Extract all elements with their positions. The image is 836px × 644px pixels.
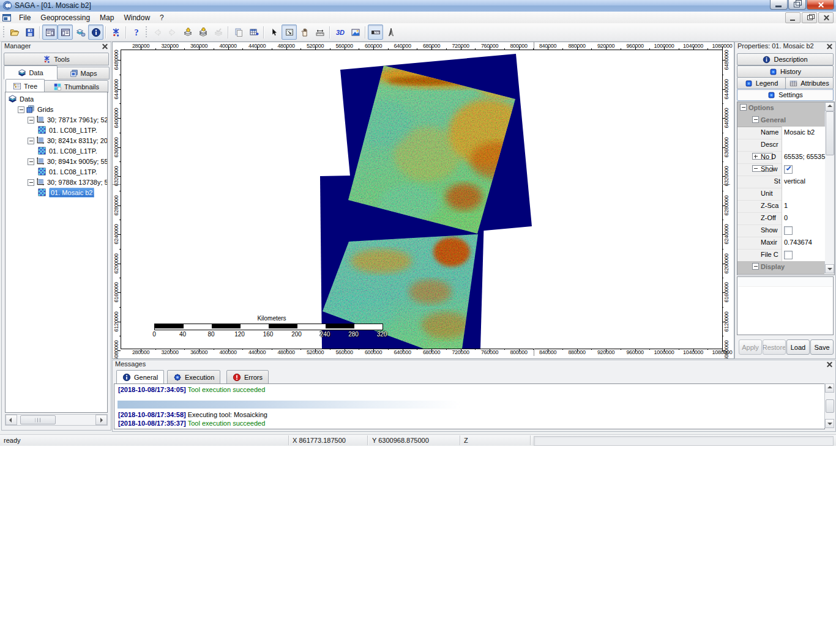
tab-data[interactable]: Data	[4, 65, 58, 80]
description-box[interactable]	[737, 276, 834, 335]
panel-tree-button[interactable]	[42, 24, 58, 40]
tools-button[interactable]	[108, 24, 124, 40]
north-arrow-button[interactable]	[383, 24, 398, 40]
scroll-up-button[interactable]	[825, 383, 834, 393]
copy-button[interactable]	[231, 24, 246, 40]
save-image-button[interactable]	[348, 24, 363, 40]
open-button[interactable]	[7, 24, 22, 40]
tree-item[interactable]: 01. LC08_L1TP.	[6, 167, 107, 177]
prop-value-cell[interactable]	[782, 224, 825, 237]
tree-horizontal-scrollbar[interactable]	[5, 414, 108, 426]
checkbox[interactable]	[784, 251, 793, 259]
prop-row[interactable]: No D65535; 65535	[737, 151, 824, 164]
prop-row[interactable]: Z-Off0	[737, 212, 824, 225]
prop-row[interactable]: Show	[737, 224, 824, 237]
settings-scrollbar[interactable]	[824, 102, 834, 273]
scroll-right-button[interactable]	[95, 415, 107, 425]
tab-attributes[interactable]: Attributes	[785, 77, 834, 89]
save-button[interactable]: Save	[810, 339, 834, 355]
expander-icon[interactable]	[28, 138, 34, 144]
tab-tools[interactable]: Tools	[4, 53, 109, 65]
help-button[interactable]	[129, 24, 144, 40]
arrow-right-button[interactable]	[165, 24, 180, 40]
menu-window[interactable]: Window	[119, 13, 155, 23]
tree-item[interactable]: 01. LC08_L1TP.	[6, 146, 107, 157]
tree-item[interactable]: 01. LC08_L1TP.	[6, 125, 107, 136]
prop-group-row[interactable]: Options	[737, 102, 824, 115]
panel-data-button[interactable]	[73, 24, 88, 40]
scroll-thumb[interactable]	[20, 415, 56, 424]
scroll-left-button[interactable]	[6, 415, 17, 425]
tab-execution[interactable]: Execution	[167, 370, 220, 385]
prop-value-cell[interactable]	[782, 188, 825, 200]
tab-history[interactable]: History	[737, 65, 834, 78]
tab-tree[interactable]: Tree	[6, 79, 45, 93]
scale-ruler-button[interactable]	[368, 24, 383, 40]
tab-maps[interactable]: Maps	[57, 67, 110, 80]
restore-button[interactable]	[788, 0, 806, 10]
zoom-rect-button[interactable]	[282, 24, 297, 40]
tab-thumbnails[interactable]: Thumbnails	[44, 80, 108, 93]
prop-value-cell[interactable]: 1	[782, 200, 825, 212]
messages-log[interactable]: [2018-10-08/17:34:05] Tool execution suc…	[114, 383, 825, 429]
add-grid-button[interactable]	[180, 24, 195, 40]
tree-item[interactable]: 30; 8241x 8311y; 20	[6, 136, 107, 146]
checkbox[interactable]	[784, 226, 793, 235]
tree-item[interactable]: 30; 7871x 7961y; 52	[6, 115, 107, 125]
prop-value-cell[interactable]: 0.743674	[782, 237, 825, 249]
expander-icon[interactable]	[752, 263, 759, 270]
menu-file[interactable]: File	[14, 13, 35, 23]
arrow-left-button[interactable]	[149, 24, 165, 40]
scroll-up-button[interactable]	[825, 102, 834, 111]
scroll-thumb[interactable]	[826, 111, 834, 155]
prop-row[interactable]: NameMosaic b2	[737, 127, 824, 139]
tab-settings[interactable]: Settings	[737, 89, 834, 101]
panel-props-button[interactable]	[58, 24, 73, 40]
tree-item[interactable]: Grids	[6, 105, 107, 115]
prop-group-row[interactable]: Display	[737, 261, 824, 274]
scroll-thumb[interactable]	[826, 399, 834, 413]
restore-button[interactable]: Restore	[763, 339, 786, 355]
scroll-down-button[interactable]	[825, 419, 834, 428]
info-button[interactable]	[88, 24, 103, 40]
view-3d-button[interactable]	[332, 24, 348, 40]
checkbox[interactable]	[784, 165, 793, 174]
expander-icon[interactable]	[752, 116, 759, 123]
prop-value-cell[interactable]: Mosaic b2	[782, 127, 825, 139]
prop-value-cell[interactable]	[782, 163, 825, 176]
load-button[interactable]: Load	[786, 339, 810, 355]
grid-table-button[interactable]	[246, 24, 261, 40]
prop-value-cell[interactable]	[782, 249, 825, 261]
tab-general[interactable]: General	[116, 370, 164, 385]
minimize-button[interactable]	[770, 0, 788, 10]
menu-map[interactable]: Map	[95, 13, 119, 23]
expander-icon[interactable]	[28, 179, 34, 186]
prop-value-cell[interactable]: 0	[782, 212, 825, 224]
prop-row[interactable]: Stvertical	[737, 176, 824, 188]
prop-value-cell[interactable]	[782, 139, 825, 151]
menu-geoprocessing[interactable]: Geoprocessing	[35, 13, 95, 23]
prop-row[interactable]: Show	[737, 163, 824, 176]
cursor-button[interactable]	[266, 24, 282, 40]
mdi-minimize-button[interactable]	[785, 12, 801, 23]
expander-icon[interactable]	[18, 106, 24, 113]
save-button[interactable]	[22, 24, 37, 40]
tree-item[interactable]: 01. Mosaic b2	[6, 188, 107, 198]
map-view[interactable]: Kilometers 28000028000032000032000036000…	[112, 42, 734, 359]
mdi-close-button[interactable]	[818, 12, 834, 23]
tree-item[interactable]: 30; 8941x 9005y; 55	[6, 157, 107, 167]
expander-icon[interactable]	[28, 158, 34, 165]
prop-value-cell[interactable]: vertical	[782, 176, 825, 188]
prop-row[interactable]: Z-Sca1	[737, 200, 824, 213]
add-grid2-button[interactable]	[195, 24, 211, 40]
pan-hand-button[interactable]	[297, 24, 312, 40]
messages-scrollbar[interactable]	[824, 383, 834, 428]
map-canvas[interactable]	[121, 50, 722, 349]
mdi-restore-button[interactable]	[802, 12, 817, 23]
scroll-down-button[interactable]	[825, 264, 834, 273]
prop-row[interactable]: Unit	[737, 188, 824, 201]
prop-value-cell[interactable]: 65535; 65535	[782, 151, 825, 163]
close-button[interactable]	[807, 0, 834, 10]
prop-row[interactable]: Maxir0.743674	[737, 237, 824, 250]
expander-icon[interactable]	[28, 117, 34, 124]
